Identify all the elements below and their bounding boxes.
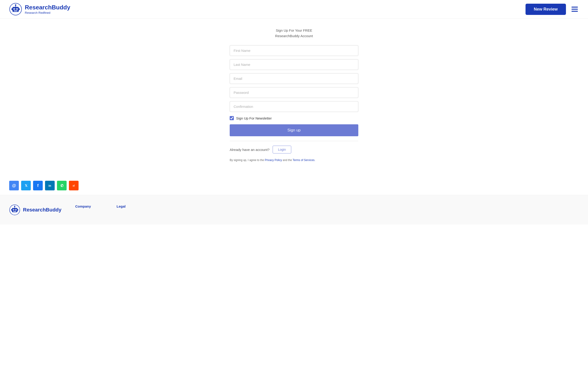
logo-text: ResearchBuddy Research Redfined	[25, 4, 70, 15]
logo-title: ResearchBuddy	[25, 4, 70, 11]
svg-rect-17	[13, 211, 16, 212]
svg-rect-6	[14, 10, 17, 11]
main-content: Sign Up For Your FREE ResearchBuddy Acco…	[0, 19, 588, 176]
footer: ResearchBuddy Company Legal	[0, 195, 588, 225]
login-button[interactable]: Login	[273, 146, 291, 153]
svg-rect-9	[11, 8, 12, 10]
whatsapp-share-icon[interactable]: ✆	[57, 181, 67, 190]
svg-point-5	[17, 8, 17, 9]
twitter-share-icon[interactable]: 𝕏	[21, 181, 31, 190]
footer-legal-title: Legal	[117, 204, 144, 208]
privacy-policy-link[interactable]: Privacy Policy	[265, 158, 282, 162]
last-name-input[interactable]	[230, 59, 358, 70]
email-share-icon[interactable]: @	[9, 181, 19, 190]
footer-company-section: Company	[75, 204, 103, 210]
confirmation-input[interactable]	[230, 101, 358, 112]
new-review-button[interactable]: New Review	[526, 4, 566, 15]
footer-brand-name: ResearchBuddy	[23, 207, 61, 213]
footer-legal-section: Legal	[117, 204, 144, 210]
email-group	[230, 73, 358, 84]
svg-rect-21	[17, 209, 18, 211]
footer-logo-icon	[9, 204, 20, 215]
svg-rect-10	[19, 8, 20, 10]
terms-of-service-link[interactable]: Terms of Services.	[293, 158, 315, 162]
svg-point-4	[14, 8, 15, 9]
login-row: Already have an account? Login	[230, 146, 358, 153]
svg-point-8	[15, 4, 16, 6]
svg-point-19	[14, 206, 15, 207]
confirmation-group	[230, 101, 358, 112]
svg-rect-20	[11, 209, 12, 211]
linkedin-share-icon[interactable]: in	[45, 181, 55, 190]
terms-text: By signing up, I agree to the Privacy Po…	[230, 158, 358, 162]
password-group	[230, 87, 358, 98]
signup-form-container: Sign Up For Your FREE ResearchBuddy Acco…	[230, 28, 358, 162]
password-input[interactable]	[230, 87, 358, 98]
last-name-group	[230, 59, 358, 70]
email-input[interactable]	[230, 73, 358, 84]
signup-title-line1: Sign Up For Your FREE	[276, 28, 312, 32]
hamburger-line-2	[571, 9, 578, 10]
signup-button[interactable]: Sign up	[230, 124, 358, 136]
reddit-share-icon[interactable]: r/	[69, 181, 78, 190]
newsletter-label[interactable]: Sign Up For Newsletter	[236, 116, 272, 120]
newsletter-checkbox[interactable]	[230, 116, 234, 120]
hamburger-line-1	[571, 7, 578, 8]
form-divider	[230, 141, 358, 141]
footer-company-title: Company	[75, 204, 103, 208]
svg-point-15	[13, 209, 14, 210]
signup-title-line2: ResearchBuddy Account	[275, 34, 313, 38]
facebook-share-icon[interactable]: f	[33, 181, 43, 190]
header: ResearchBuddy Research Redfined New Revi…	[0, 0, 588, 19]
logo-link[interactable]: ResearchBuddy Research Redfined	[9, 3, 70, 16]
newsletter-row: Sign Up For Newsletter	[230, 116, 358, 120]
footer-logo-area: ResearchBuddy	[9, 204, 61, 215]
first-name-group	[230, 45, 358, 56]
already-account-text: Already have an account?	[230, 148, 269, 152]
header-actions: New Review	[526, 4, 579, 15]
hamburger-menu-button[interactable]	[571, 6, 579, 13]
hamburger-line-3	[571, 11, 578, 12]
first-name-input[interactable]	[230, 45, 358, 56]
logo-subtitle: Research Redfined	[25, 11, 70, 15]
social-share-bar: @ 𝕏 f in ✆ r/	[0, 176, 588, 195]
svg-point-16	[15, 209, 16, 210]
signup-title: Sign Up For Your FREE ResearchBuddy Acco…	[230, 28, 358, 39]
logo-icon	[9, 3, 22, 16]
